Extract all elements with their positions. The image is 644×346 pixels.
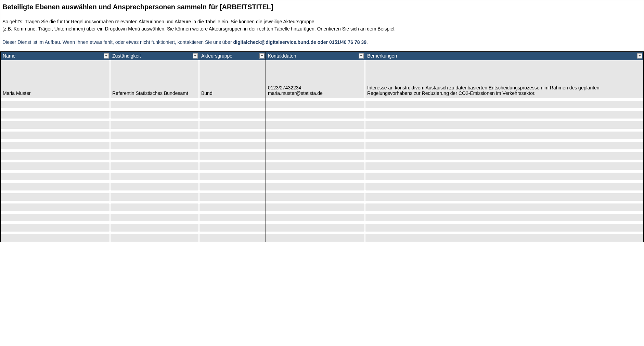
- empty-cell[interactable]: [365, 129, 644, 132]
- empty-cell[interactable]: [266, 214, 365, 221]
- empty-cell[interactable]: [199, 101, 266, 108]
- cell-akteursgruppe[interactable]: Bund: [199, 60, 266, 98]
- col-header-zustaendigkeit[interactable]: Zuständigkeit: [110, 52, 199, 60]
- empty-cell[interactable]: [1, 162, 110, 170]
- empty-cell[interactable]: [1, 129, 110, 132]
- empty-cell[interactable]: [1, 211, 110, 214]
- table-row-empty[interactable]: [1, 203, 644, 211]
- empty-cell[interactable]: [365, 152, 644, 160]
- table-row-empty[interactable]: [1, 224, 644, 232]
- table-row-empty[interactable]: [1, 132, 644, 139]
- empty-cell[interactable]: [199, 132, 266, 139]
- empty-cell[interactable]: [266, 142, 365, 149]
- empty-cell[interactable]: [110, 221, 199, 224]
- table-row-empty[interactable]: [1, 111, 644, 119]
- empty-cell[interactable]: [266, 98, 365, 101]
- empty-cell[interactable]: [110, 211, 199, 214]
- empty-cell[interactable]: [1, 98, 110, 101]
- table-row-empty[interactable]: [1, 160, 644, 162]
- empty-cell[interactable]: [199, 149, 266, 152]
- empty-cell[interactable]: [365, 180, 644, 183]
- empty-cell[interactable]: [199, 180, 266, 183]
- empty-cell[interactable]: [266, 190, 365, 193]
- empty-cell[interactable]: [1, 139, 110, 142]
- empty-cell[interactable]: [266, 193, 365, 201]
- table-row-empty[interactable]: [1, 101, 644, 108]
- table-row[interactable]: Maria MusterReferentin Statistisches Bun…: [1, 60, 644, 98]
- empty-cell[interactable]: [365, 224, 644, 232]
- empty-cell[interactable]: [266, 170, 365, 173]
- empty-cell[interactable]: [365, 214, 644, 221]
- table-row-empty[interactable]: [1, 211, 644, 214]
- empty-cell[interactable]: [266, 173, 365, 180]
- empty-cell[interactable]: [199, 232, 266, 234]
- table-row-empty[interactable]: [1, 193, 644, 201]
- empty-cell[interactable]: [199, 183, 266, 190]
- empty-cell[interactable]: [110, 224, 199, 232]
- empty-cell[interactable]: [266, 101, 365, 108]
- empty-cell[interactable]: [199, 214, 266, 221]
- empty-cell[interactable]: [266, 129, 365, 132]
- col-header-bemerkungen[interactable]: Bemerkungen: [365, 52, 644, 60]
- empty-cell[interactable]: [1, 201, 110, 203]
- table-row-empty[interactable]: [1, 142, 644, 149]
- empty-cell[interactable]: [365, 132, 644, 139]
- empty-cell[interactable]: [199, 224, 266, 232]
- table-row-empty[interactable]: [1, 232, 644, 234]
- empty-cell[interactable]: [199, 139, 266, 142]
- table-row-empty[interactable]: [1, 173, 644, 180]
- empty-cell[interactable]: [1, 160, 110, 162]
- empty-cell[interactable]: [1, 214, 110, 221]
- empty-cell[interactable]: [266, 224, 365, 232]
- empty-cell[interactable]: [110, 214, 199, 221]
- empty-cell[interactable]: [110, 203, 199, 211]
- empty-cell[interactable]: [110, 121, 199, 129]
- filter-dropdown-zustaendigkeit[interactable]: [193, 53, 198, 59]
- empty-cell[interactable]: [199, 211, 266, 214]
- empty-cell[interactable]: [199, 98, 266, 101]
- empty-cell[interactable]: [365, 111, 644, 119]
- empty-cell[interactable]: [365, 101, 644, 108]
- empty-cell[interactable]: [365, 190, 644, 193]
- filter-dropdown-akteursgruppe[interactable]: [259, 53, 265, 59]
- empty-cell[interactable]: [365, 160, 644, 162]
- empty-cell[interactable]: [110, 173, 199, 180]
- empty-cell[interactable]: [110, 160, 199, 162]
- empty-cell[interactable]: [199, 108, 266, 111]
- empty-cell[interactable]: [1, 224, 110, 232]
- empty-cell[interactable]: [365, 170, 644, 173]
- empty-cell[interactable]: [266, 183, 365, 190]
- empty-cell[interactable]: [266, 201, 365, 203]
- empty-cell[interactable]: [1, 108, 110, 111]
- empty-cell[interactable]: [1, 183, 110, 190]
- empty-cell[interactable]: [110, 193, 199, 201]
- empty-cell[interactable]: [266, 221, 365, 224]
- empty-cell[interactable]: [110, 152, 199, 160]
- empty-cell[interactable]: [199, 160, 266, 162]
- empty-cell[interactable]: [365, 221, 644, 224]
- empty-cell[interactable]: [199, 170, 266, 173]
- empty-cell[interactable]: [266, 152, 365, 160]
- table-row-empty[interactable]: [1, 108, 644, 111]
- empty-cell[interactable]: [266, 119, 365, 121]
- empty-cell[interactable]: [266, 111, 365, 119]
- empty-cell[interactable]: [110, 162, 199, 170]
- table-row-empty[interactable]: [1, 183, 644, 190]
- empty-cell[interactable]: [266, 232, 365, 234]
- cell-kontaktdaten[interactable]: 0123/27432234; maria.muster@statista.de: [266, 60, 365, 98]
- empty-cell[interactable]: [1, 173, 110, 180]
- empty-cell[interactable]: [365, 108, 644, 111]
- empty-cell[interactable]: [199, 173, 266, 180]
- empty-cell[interactable]: [110, 111, 199, 119]
- empty-cell[interactable]: [199, 221, 266, 224]
- empty-cell[interactable]: [199, 203, 266, 211]
- empty-cell[interactable]: [110, 183, 199, 190]
- table-row-empty[interactable]: [1, 129, 644, 132]
- empty-cell[interactable]: [1, 119, 110, 121]
- table-row-empty[interactable]: [1, 98, 644, 101]
- empty-cell[interactable]: [365, 234, 644, 242]
- empty-cell[interactable]: [110, 170, 199, 173]
- empty-cell[interactable]: [266, 121, 365, 129]
- empty-cell[interactable]: [365, 232, 644, 234]
- col-header-akteursgruppe[interactable]: Akteursgruppe: [199, 52, 266, 60]
